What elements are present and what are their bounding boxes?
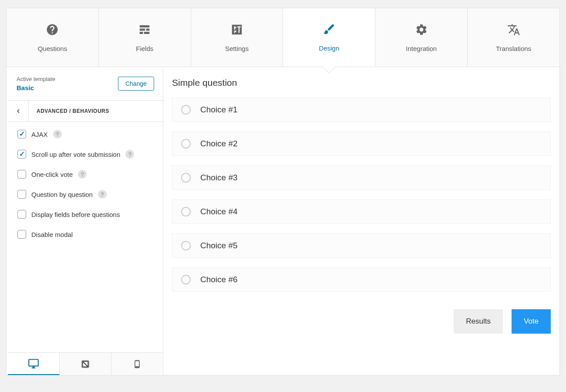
change-template-button[interactable]: Change bbox=[118, 77, 154, 91]
question-icon bbox=[46, 23, 59, 36]
radio-input[interactable] bbox=[181, 173, 191, 182]
top-tabs: Questions Fields Settings Design Integra… bbox=[7, 8, 559, 67]
fields-icon bbox=[138, 23, 151, 36]
mobile-icon bbox=[133, 359, 142, 369]
device-bar bbox=[8, 352, 163, 375]
tab-questions[interactable]: Questions bbox=[7, 8, 99, 67]
preview-area: Simple question Choice #1 Choice #2 Choi… bbox=[163, 67, 559, 375]
radio-input[interactable] bbox=[181, 105, 191, 115]
checkbox[interactable] bbox=[17, 190, 26, 199]
template-name: Basic bbox=[17, 84, 55, 91]
checkbox[interactable] bbox=[17, 150, 26, 159]
gear-icon bbox=[415, 23, 428, 36]
section-title: ADVANCED / BEHAVIOURS bbox=[29, 108, 109, 114]
option-label: Question by question bbox=[31, 191, 93, 198]
checkbox[interactable] bbox=[17, 170, 26, 179]
choice-label: Choice #4 bbox=[200, 207, 238, 216]
checkbox[interactable] bbox=[17, 230, 26, 239]
template-box: Active template Basic Change bbox=[8, 67, 163, 100]
help-icon[interactable]: ? bbox=[78, 170, 87, 179]
radio-input[interactable] bbox=[181, 241, 191, 250]
choice-item[interactable]: Choice #4 bbox=[172, 199, 551, 224]
tablet-icon bbox=[81, 359, 90, 369]
tab-fields[interactable]: Fields bbox=[99, 8, 191, 67]
actions: Results Vote bbox=[172, 309, 551, 334]
active-template-label: Active template bbox=[17, 76, 55, 82]
choice-label: Choice #5 bbox=[200, 241, 238, 250]
brush-icon bbox=[323, 23, 336, 36]
sidebar: Active template Basic Change ADVANCED / … bbox=[7, 67, 163, 375]
results-button[interactable]: Results bbox=[454, 309, 503, 334]
option-ajax: AJAX ? bbox=[17, 130, 153, 139]
tab-label: Translations bbox=[496, 45, 531, 52]
question-title: Simple question bbox=[172, 78, 551, 88]
vote-button[interactable]: Vote bbox=[512, 309, 551, 334]
option-label: Display fields before questions bbox=[31, 211, 120, 218]
choice-item[interactable]: Choice #3 bbox=[172, 166, 551, 190]
tab-design[interactable]: Design bbox=[283, 8, 375, 67]
desktop-icon bbox=[28, 358, 39, 369]
choice-label: Choice #6 bbox=[200, 275, 238, 284]
option-label: Disable modal bbox=[31, 231, 73, 238]
tab-translations[interactable]: Translations bbox=[468, 8, 559, 67]
spacer bbox=[8, 247, 163, 352]
option-one-click: One-click vote ? bbox=[17, 170, 153, 179]
choice-item[interactable]: Choice #1 bbox=[172, 98, 551, 122]
tab-label: Design bbox=[319, 44, 340, 52]
help-icon[interactable]: ? bbox=[125, 150, 134, 159]
option-disable-modal: Disable modal bbox=[17, 230, 153, 239]
tab-label: Settings bbox=[225, 45, 249, 52]
tab-label: Integration bbox=[406, 45, 437, 52]
choice-label: Choice #2 bbox=[200, 139, 238, 149]
radio-input[interactable] bbox=[181, 207, 191, 216]
choice-item[interactable]: Choice #5 bbox=[172, 233, 551, 258]
option-label: One-click vote bbox=[31, 171, 73, 178]
section-header: ADVANCED / BEHAVIOURS bbox=[8, 100, 163, 122]
tab-integration[interactable]: Integration bbox=[375, 8, 468, 67]
option-label: AJAX bbox=[31, 131, 48, 138]
radio-input[interactable] bbox=[181, 139, 191, 149]
tab-label: Questions bbox=[38, 45, 67, 52]
checkbox[interactable] bbox=[17, 210, 26, 219]
sliders-icon bbox=[230, 23, 243, 36]
option-question-by-question: Question by question ? bbox=[17, 190, 153, 199]
help-icon[interactable]: ? bbox=[98, 190, 107, 199]
editor-panel: Questions Fields Settings Design Integra… bbox=[6, 8, 560, 375]
tab-settings[interactable]: Settings bbox=[191, 8, 283, 67]
device-desktop[interactable] bbox=[8, 353, 60, 375]
device-mobile[interactable] bbox=[111, 353, 163, 375]
option-scroll-up: Scroll up after vote submission ? bbox=[17, 150, 153, 159]
choices-list: Choice #1 Choice #2 Choice #3 Choice #4 … bbox=[172, 98, 551, 292]
device-tablet[interactable] bbox=[60, 353, 111, 375]
radio-input[interactable] bbox=[181, 275, 191, 284]
option-label: Scroll up after vote submission bbox=[31, 151, 120, 158]
translate-icon bbox=[507, 23, 520, 36]
choice-label: Choice #3 bbox=[200, 173, 238, 182]
back-button[interactable] bbox=[8, 101, 29, 122]
checkbox[interactable] bbox=[17, 130, 26, 139]
help-icon[interactable]: ? bbox=[53, 130, 62, 139]
content-area: Active template Basic Change ADVANCED / … bbox=[7, 67, 559, 375]
template-info: Active template Basic bbox=[17, 76, 55, 91]
choice-item[interactable]: Choice #2 bbox=[172, 132, 551, 156]
tab-label: Fields bbox=[136, 45, 153, 52]
chevron-left-icon bbox=[14, 107, 22, 115]
option-fields-before: Display fields before questions bbox=[17, 210, 153, 219]
choice-item[interactable]: Choice #6 bbox=[172, 267, 551, 292]
options-list: AJAX ? Scroll up after vote submission ?… bbox=[8, 122, 163, 247]
choice-label: Choice #1 bbox=[200, 105, 238, 115]
